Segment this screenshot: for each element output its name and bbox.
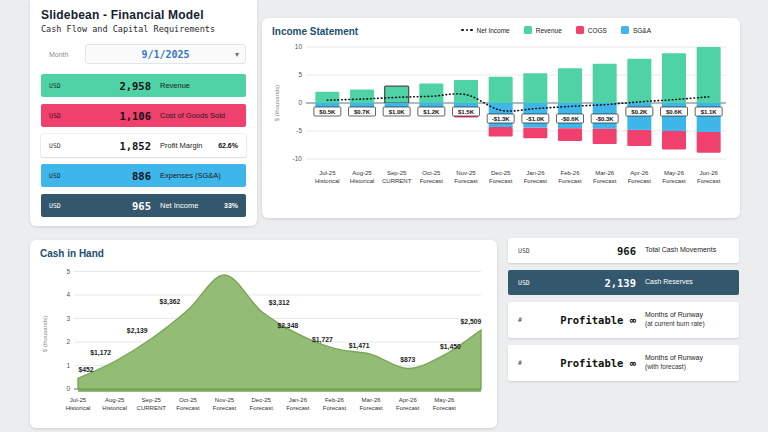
x-tick-month: Apr-26 <box>399 397 418 403</box>
x-tick-month: Mar-26 <box>595 170 615 176</box>
y-tick-label: 5 <box>298 71 302 78</box>
y-tick-label: 0 <box>298 99 302 106</box>
revenue-bar <box>489 77 513 103</box>
cogs-swatch-icon <box>576 26 584 34</box>
kpi-value: 886 <box>85 170 151 182</box>
net-income-label: $1.5K <box>458 109 475 115</box>
y-tick-label: -10 <box>293 155 303 162</box>
kpi-value: 2,958 <box>85 80 151 92</box>
net-income-label: -$0.3K <box>596 116 615 122</box>
x-tick-month: May-26 <box>434 397 455 403</box>
x-tick-month: May-26 <box>664 170 685 176</box>
summary-cash-reserves: USD 2,139 Cash Reserves <box>508 270 739 295</box>
x-tick-month: Nov-25 <box>215 397 235 403</box>
revenue-bar <box>662 53 686 103</box>
cash-point-label: $3,362 <box>160 298 181 306</box>
y-tick-label: 3 <box>66 315 70 322</box>
kpi-cogs: USD 1,106 Cost of Goods Sold <box>41 104 246 127</box>
y-tick-label: -5 <box>296 127 302 134</box>
x-tick-month: Sep-25 <box>142 397 162 403</box>
x-tick-month: Dec-25 <box>491 170 511 176</box>
month-label: Month <box>41 51 85 58</box>
x-tick-tag: Historical <box>102 405 127 411</box>
summary-label: Months of Runway (at current burn rate) <box>645 311 705 329</box>
x-tick-tag: Forecast <box>628 178 652 184</box>
x-tick-month: Dec-25 <box>252 397 272 403</box>
month-selector[interactable]: 9/1/2025 ▾ <box>85 44 246 64</box>
kpi-percent: 62.6% <box>218 142 238 149</box>
page-subtitle: Cash Flow and Capital Requirements <box>41 24 246 34</box>
chevron-down-icon: ▾ <box>235 50 239 59</box>
summary-sublabel: (with forecast) <box>645 363 686 370</box>
x-tick-tag: Forecast <box>420 178 444 184</box>
x-tick-tag: Forecast <box>524 178 548 184</box>
revenue-bar <box>315 92 339 103</box>
cogs-bar <box>627 130 651 146</box>
x-tick-month: Feb-26 <box>325 397 345 403</box>
net-income-label: -$1.3K <box>492 116 511 122</box>
month-value: 9/1/2025 <box>141 49 189 60</box>
legend-cogs: COGS <box>576 26 607 34</box>
kpi-currency: USD <box>49 142 85 150</box>
x-tick-month: Aug-25 <box>105 397 125 403</box>
y-axis-label: $ (thousands) <box>274 85 280 122</box>
kpi-currency: USD <box>49 172 85 180</box>
summary-label: Months of Runway (with forecast) <box>645 354 703 372</box>
x-tick-month: Jan-26 <box>289 397 308 403</box>
summary-label: Total Cash Movements <box>645 246 716 255</box>
y-axis-label: $ (thousands) <box>42 316 48 353</box>
cogs-bar <box>558 128 582 141</box>
legend-net-income: Net Income <box>461 27 510 34</box>
x-tick-tag: Forecast <box>323 405 347 411</box>
x-tick-tag: Forecast <box>558 178 582 184</box>
cash-in-hand-title: Cash in Hand <box>40 248 489 259</box>
net-income-label: $0.7K <box>354 109 371 115</box>
summary-value: Profitable ∞ <box>552 314 636 326</box>
kpi-profit-margin: USD 1,852 Profit Margin 62.6% <box>41 134 246 157</box>
x-tick-tag: CURRENT <box>382 178 412 184</box>
revenue-bar <box>627 59 651 103</box>
x-tick-tag: Historical <box>315 178 340 184</box>
kpi-currency: USD <box>49 202 85 210</box>
summary-currency: USD <box>518 279 552 287</box>
y-tick-label: 1 <box>66 362 70 369</box>
income-statement-card: Income Statement Net Income Revenue COGS… <box>262 18 740 218</box>
kpi-currency: USD <box>49 82 85 90</box>
revenue-bar <box>350 90 374 103</box>
x-tick-month: Jan-26 <box>526 170 545 176</box>
kpi-currency: USD <box>49 112 85 120</box>
kpi-revenue: USD 2,958 Revenue <box>41 74 246 97</box>
x-tick-tag: Historical <box>350 178 375 184</box>
revenue-bar <box>454 80 478 103</box>
legend-sga: SG&A <box>621 26 651 34</box>
revenue-bar <box>558 68 582 103</box>
cash-point-label: $2,348 <box>277 322 298 330</box>
net-income-label: $1.1K <box>701 109 718 115</box>
cogs-bar <box>489 127 513 137</box>
cash-point-label: $452 <box>78 366 93 374</box>
x-tick-month: Nov-25 <box>456 170 476 176</box>
x-tick-tag: Forecast <box>176 405 200 411</box>
net-income-label: $0.6K <box>666 109 683 115</box>
net-income-label: -$1.0K <box>526 116 545 122</box>
summary-currency: # <box>518 359 552 367</box>
x-tick-month: Mar-26 <box>362 397 382 403</box>
kpi-label: Net Income <box>160 201 224 210</box>
summary-runway-forecast: # Profitable ∞ Months of Runway (with fo… <box>508 345 739 381</box>
summary-runway-current: # Profitable ∞ Months of Runway (at curr… <box>508 302 739 338</box>
cash-point-label: $2,139 <box>127 327 148 335</box>
kpi-expenses: USD 886 Expenses (SG&A) <box>41 164 246 187</box>
revenue-swatch-icon <box>524 26 532 34</box>
kpi-value: 965 <box>85 200 151 212</box>
y-tick-label: 0 <box>66 385 70 392</box>
kpi-value: 1,106 <box>85 110 151 122</box>
summary-value: 966 <box>552 245 636 257</box>
x-tick-month: Jul-25 <box>70 397 87 403</box>
dotted-line-icon <box>461 29 473 32</box>
x-tick-month: Aug-25 <box>352 170 372 176</box>
revenue-bar <box>385 86 409 103</box>
net-income-label: $0.5K <box>319 109 336 115</box>
income-legend: Net Income Revenue COGS SG&A <box>461 26 691 34</box>
y-tick-label: 5 <box>66 268 70 275</box>
cash-point-label: $2,509 <box>461 318 482 326</box>
